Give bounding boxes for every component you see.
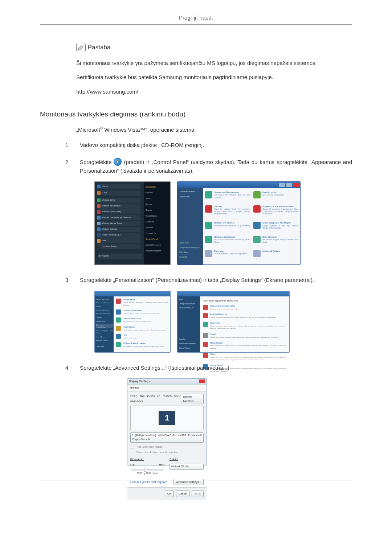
screenshot-personalization: Tasks Change desktop icons Adjust font s… — [177, 291, 290, 353]
ds-drag-text: Drag the icons to match your monitors. — [130, 394, 181, 404]
ds-resolution-slider[interactable] — [131, 469, 164, 471]
ds-title: Display Settings — [129, 379, 150, 383]
step-3: 3. Spragtelėkite „Personalization“ (Pers… — [65, 276, 352, 352]
note-paragraph-2: Sertifikuota tvarkyklė bus pateikta Sams… — [76, 73, 348, 81]
ds-res-value: 1280 by 1024 pixels — [130, 472, 164, 475]
ds-high: High — [159, 463, 164, 467]
note-paragraph-3: http://www.samsung.com/ — [76, 87, 348, 96]
step-2-num: 2. — [65, 158, 70, 166]
note-icon — [76, 43, 86, 52]
step-2: 2. Spragtelėkite (pradėti) ir „Control P… — [65, 158, 352, 265]
step-4-num: 4. — [65, 364, 70, 372]
ok-button[interactable]: OK — [165, 491, 174, 497]
step-2-pre: Spragtelėkite — [80, 159, 114, 165]
step-3-num: 3. — [65, 276, 70, 284]
ds-chk-main: This is my main monitor — [130, 445, 204, 450]
subheading-mid: Windows Vista™“, operacinė sistema — [103, 127, 194, 133]
step-1-text: Vadovo kompaktinį diską įdėkite į CD-ROM… — [80, 142, 204, 148]
ds-res-label: Resolution: — [130, 457, 144, 461]
start-orb-icon — [114, 158, 122, 166]
subheading-os: „Microsoft® Windows Vista™“, operacinė s… — [76, 126, 352, 133]
ds-chk-extend: Extend the desktop onto this monitor — [130, 450, 204, 455]
step-3-text: Spragtelėkite „Personalization“ (Persona… — [80, 277, 314, 283]
screenshot-control-panel: Control Panel Home Classic View Recent T… — [177, 181, 301, 265]
note-paragraph-1: Ši monitoriaus tvarkyklė yra pažymėta se… — [76, 59, 348, 67]
note-label: Pastaba — [88, 44, 110, 51]
ds-low: Low — [130, 463, 135, 467]
screenshot-start-menu: Internet E-mail Welcome Center Windows M… — [94, 181, 171, 265]
ds-monitor-select[interactable]: 1. (Multiple Monitors) on NVIDIA GeForce… — [130, 432, 204, 443]
ds-monitor-1[interactable]: 1 — [159, 411, 175, 425]
page-header: Progr įr. naud. — [40, 15, 352, 25]
cancel-button[interactable]: Cancel — [176, 491, 189, 497]
step-1: 1. Vadovo kompaktinį diską įdėkite į CD-… — [65, 141, 352, 149]
section-heading: Monitoriaus tvarkyklės diegimas (rankini… — [40, 110, 352, 118]
subheading-prefix: „Microsoft — [76, 127, 100, 133]
step-4: 4. Spragtelėkite „Advanced Settings...“ … — [65, 364, 352, 465]
ds-col-label: Colors: — [170, 457, 178, 461]
ds-tab-monitor[interactable]: Monitor — [127, 385, 207, 391]
screenshot-appearance-personalization: Control Panel Home System and Maintenanc… — [94, 291, 171, 353]
identify-monitors-button[interactable]: Identify Monitors — [181, 394, 204, 404]
advanced-settings-button[interactable]: Advanced Settings... — [173, 479, 204, 485]
note-block: Pastaba Ši monitoriaus tvarkyklė yra paž… — [76, 43, 348, 96]
screenshot-display-settings: Display Settings Monitor Drag the icons … — [127, 378, 207, 465]
step-1-num: 1. — [65, 141, 70, 149]
step-4-text: Spragtelėkite „Advanced Settings...“ (Iš… — [80, 365, 231, 371]
close-icon[interactable] — [199, 379, 205, 383]
ds-colors-select[interactable]: Highest (32 bit) — [170, 464, 204, 470]
ds-monitor-preview[interactable]: 1 — [130, 406, 204, 430]
apply-button[interactable]: Apply — [192, 491, 204, 497]
ds-help-link[interactable]: How do I get the best display? — [130, 480, 167, 484]
